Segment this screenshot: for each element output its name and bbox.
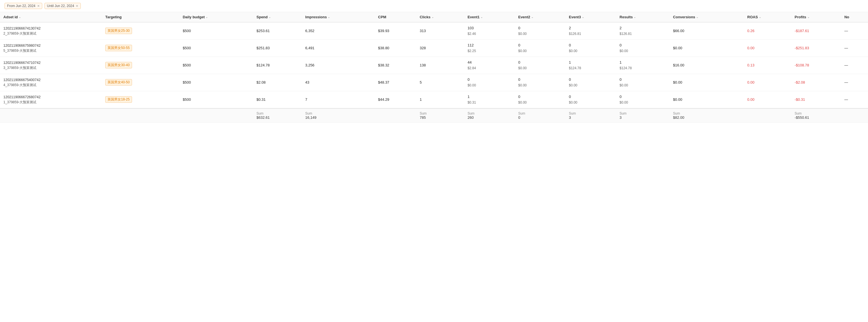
adset-id-bot-3: 4_379859-大预算测试	[3, 83, 98, 88]
col-header-cpm: CPM	[375, 12, 416, 22]
cell-profits-3: -$2.08	[791, 74, 841, 91]
cell-spend-2: $124.78	[253, 57, 302, 74]
cell-cpm-1: $38.80	[375, 39, 416, 57]
col-header-results[interactable]: Results⌄	[616, 12, 670, 22]
sum-results: Sum 3	[616, 108, 670, 123]
col-header-event2[interactable]: Event2⌄	[515, 12, 565, 22]
col-header-more: No	[841, 12, 868, 22]
cell-roas-0: 0.26	[744, 22, 791, 39]
cell-more-1: —	[841, 39, 868, 57]
cell-event1-3: 0 $0.00	[464, 74, 515, 91]
cell-impressions-3: 43	[302, 74, 375, 91]
cell-daily-budget-0: $500	[179, 22, 253, 39]
cell-results-0: 2 $126.81	[616, 22, 670, 39]
targeting-badge-3: 英国男女40-50	[105, 79, 132, 86]
event2-top-4: 0	[518, 94, 562, 100]
col-header-clicks[interactable]: Clicks⌄	[416, 12, 464, 22]
cell-cpm-0: $39.93	[375, 22, 416, 39]
cell-daily-budget-4: $500	[179, 91, 253, 108]
sum-empty-1	[0, 108, 102, 123]
cell-event2-2: 0 $0.00	[515, 57, 565, 74]
sort-icon-event1: ⌄	[480, 15, 483, 19]
sort-icon-event2: ⌄	[531, 15, 533, 19]
event2-top-0: 0	[518, 25, 562, 31]
event2-top-2: 0	[518, 60, 562, 66]
sum-event1-value: 260	[467, 116, 512, 120]
sum-empty-3	[179, 108, 253, 123]
cell-spend-4: $0.31	[253, 91, 302, 108]
filter-tag-until[interactable]: Until Jun 22, 2024 ✕	[44, 3, 81, 9]
sum-event2-value: 0	[518, 116, 562, 120]
event3-bot-0: $126.81	[569, 31, 613, 37]
sum-spend-value: $632.61	[256, 116, 298, 120]
sum-spend-label: Sum	[256, 111, 298, 116]
sum-results-value: 3	[619, 116, 666, 120]
data-table: Adset id⌄ Targeting Daily budget⌄ Spend⌄…	[0, 12, 868, 123]
event3-top-2: 1	[569, 60, 613, 66]
cell-conversions-3: $0.00	[670, 74, 744, 91]
cell-roas-1: 0.00	[744, 39, 791, 57]
sort-icon-adset-id: ⌄	[19, 15, 21, 19]
sum-conversions-value: $82.00	[673, 116, 741, 120]
event3-top-1: 0	[569, 42, 613, 49]
filter-bar: From Jun 22, 2024 ✕ Until Jun 22, 2024 ✕	[0, 0, 868, 12]
targeting-badge-2: 英国男女30-40	[105, 62, 132, 68]
event1-top-0: 103	[467, 25, 512, 31]
sort-icon-event3: ⌄	[582, 15, 584, 19]
col-header-roas[interactable]: ROAS⌄	[744, 12, 791, 22]
table-row: 1202119066675400742 4_379859-大预算测试 英国男女4…	[0, 74, 868, 91]
sum-event3-label: Sum	[569, 111, 613, 116]
cell-impressions-1: 6,491	[302, 39, 375, 57]
col-header-adset-id[interactable]: Adset id⌄	[0, 12, 102, 22]
sort-icon-results: ⌄	[633, 15, 636, 19]
table-row: 1202119066672680742 1_379859-大预算测试 英国男女1…	[0, 91, 868, 108]
cell-results-4: 0 $0.00	[616, 91, 670, 108]
filter-tag-from[interactable]: From Jun 22, 2024 ✕	[4, 3, 42, 9]
adset-id-top-0: 1202119066674130742	[3, 26, 98, 31]
sort-icon-clicks: ⌄	[431, 15, 434, 19]
table-row: 1202119066675980742 5_379859-大预算测试 英国男女5…	[0, 39, 868, 57]
cell-spend-3: $2.08	[253, 74, 302, 91]
results-bot-1: $0.00	[619, 49, 666, 54]
col-header-spend[interactable]: Spend⌄	[253, 12, 302, 22]
cell-results-1: 0 $0.00	[616, 39, 670, 57]
cell-targeting-2: 英国男女30-40	[102, 57, 179, 74]
cell-adset-id-2: 1202119066674710742 3_379859-大预算测试	[0, 57, 102, 74]
targeting-badge-0: 英国男女25-30	[105, 28, 132, 34]
sum-impressions-label: Sum	[305, 111, 372, 116]
sum-cpm-empty	[375, 108, 416, 123]
event1-bot-2: $2.84	[467, 66, 512, 71]
cell-impressions-2: 3,256	[302, 57, 375, 74]
cell-clicks-3: 5	[416, 74, 464, 91]
adset-id-top-3: 1202119066675400742	[3, 77, 98, 83]
cell-conversions-2: $16.00	[670, 57, 744, 74]
event1-top-3: 0	[467, 77, 512, 83]
col-header-conversions[interactable]: Conversions⌄	[670, 12, 744, 22]
cell-adset-id-4: 1202119066672680742 1_379859-大预算测试	[0, 91, 102, 108]
adset-id-top-4: 1202119066672680742	[3, 95, 98, 100]
col-header-event3[interactable]: Event3⌄	[565, 12, 616, 22]
col-header-impressions[interactable]: Impressions⌄	[302, 12, 375, 22]
adset-id-bot-2: 3_379859-大预算测试	[3, 65, 98, 70]
col-header-daily-budget[interactable]: Daily budget⌄	[179, 12, 253, 22]
results-bot-3: $0.00	[619, 83, 666, 88]
close-icon-from[interactable]: ✕	[37, 4, 40, 8]
close-icon-until[interactable]: ✕	[76, 4, 78, 8]
cell-event1-0: 103 $2.46	[464, 22, 515, 39]
cell-conversions-1: $0.00	[670, 39, 744, 57]
event3-top-3: 0	[569, 77, 613, 83]
event2-top-3: 0	[518, 77, 562, 83]
col-header-profits[interactable]: Profits⌄	[791, 12, 841, 22]
cell-conversions-4: $0.00	[670, 91, 744, 108]
cell-event1-2: 44 $2.84	[464, 57, 515, 74]
table-row: 1202119066674710742 3_379859-大预算测试 英国男女3…	[0, 57, 868, 74]
cell-roas-3: 0.00	[744, 74, 791, 91]
cell-cpm-2: $38.32	[375, 57, 416, 74]
cell-event3-0: 2 $126.81	[565, 22, 616, 39]
cell-targeting-4: 英国男女18-25	[102, 91, 179, 108]
event2-bot-2: $0.00	[518, 66, 562, 71]
col-header-event1[interactable]: Event1⌄	[464, 12, 515, 22]
cell-more-4: —	[841, 91, 868, 108]
event1-bot-3: $0.00	[467, 83, 512, 88]
sum-conversions-label: Sum	[673, 111, 741, 116]
